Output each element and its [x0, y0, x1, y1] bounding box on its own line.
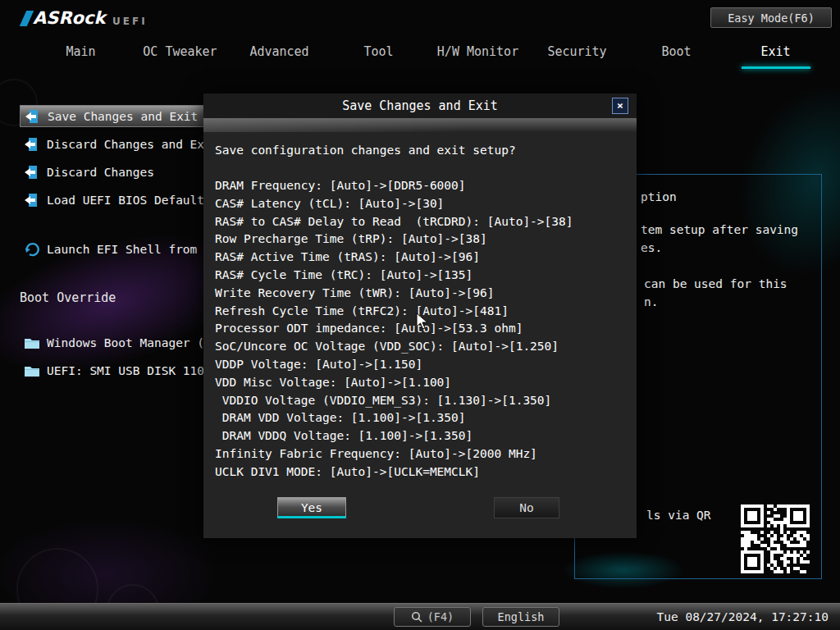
description-text-fragment: can be used for this [644, 277, 788, 290]
change-line: RAS# Active Time (tRAS): [Auto]->[96] [215, 249, 625, 267]
sidebar-item-launch-efi-shell[interactable]: Launch EFI Shell from f [20, 238, 217, 260]
datetime-display: Tue 08/27/2024, 17:27:10 [656, 604, 829, 630]
search-button[interactable]: (F4) [394, 607, 471, 627]
sidebar-item-label: UEFI: SMI USB DISK 1100 [47, 364, 212, 377]
change-line: RAS# to CAS# Delay to Read (tRCDRD): [Au… [215, 213, 625, 231]
tab-boot[interactable]: Boot [627, 41, 726, 66]
boot-override-label: Boot Override [20, 290, 217, 307]
efi-shell-icon [24, 241, 40, 258]
folder-icon [24, 335, 40, 351]
change-line: RAS# Cycle Time (tRC): [Auto]->[135] [215, 267, 625, 285]
main-menu: Main OC Tweaker Advanced Tool H/W Monito… [31, 41, 825, 66]
asrock-logo-slash [20, 11, 34, 26]
sidebar-item-uefi-usb-disk[interactable]: UEFI: SMI USB DISK 1100 [20, 359, 217, 381]
asrock-logo-text: ASRock [33, 8, 105, 28]
easy-mode-button[interactable]: Easy Mode(F6) [710, 7, 832, 28]
tab-oc-tweaker[interactable]: OC Tweaker [130, 41, 230, 66]
change-line: VDDIO Voltage (VDDIO_MEM_S3): [1.130]->[… [215, 392, 625, 410]
uefi-label: UEFI [112, 16, 148, 27]
footer-bar: (F4) English Tue 08/27/2024, 17:27:10 [0, 603, 840, 630]
change-line: CAS# Latency (tCL): [Auto]->[30] [215, 195, 625, 213]
search-icon [411, 611, 422, 623]
sidebar-item-label: Windows Boot Manager (C [47, 336, 212, 349]
dialog-title: Save Changes and Exit [203, 94, 637, 118]
sidebar-item-discard-changes-exit[interactable]: Discard Changes and Exit [20, 133, 217, 155]
qr-code [741, 504, 810, 573]
sidebar-item-windows-boot-manager[interactable]: Windows Boot Manager (C [20, 331, 217, 354]
description-text-fragment: ption [641, 190, 677, 203]
change-line: VDD Misc Voltage: [Auto]->[1.100] [215, 374, 625, 392]
description-text-fragment: es. [641, 241, 662, 254]
change-line: DRAM VDDQ Voltage: [1.100]->[1.350] [215, 427, 625, 445]
folder-icon [24, 363, 40, 379]
sidebar-item-label: Save Changes and Exit [48, 110, 198, 123]
tab-main[interactable]: Main [31, 41, 130, 66]
change-line: Refresh Cycle Time (tRFC2): [Auto]->[481… [215, 303, 625, 321]
sidebar-item-save-changes-exit[interactable]: Save Changes and Exit [20, 105, 217, 127]
asrock-logo: ASRock [23, 8, 105, 28]
change-line: DRAM VDD Voltage: [1.100]->[1.350] [215, 409, 625, 427]
tab-hw-monitor[interactable]: H/W Monitor [428, 41, 527, 66]
sidebar-item-label: Discard Changes and Exit [47, 138, 219, 151]
dialog-titlebar: Save Changes and Exit × [203, 94, 637, 118]
description-text-fragment: n. [644, 295, 658, 308]
change-line: Write Recovery Time (tWR): [Auto]->[96] [215, 285, 625, 303]
dialog-prompt: Save configuration changes and exit setu… [215, 141, 625, 159]
tab-advanced[interactable]: Advanced [230, 41, 329, 66]
dialog-body: Save configuration changes and exit setu… [203, 118, 637, 538]
sidebar-item-discard-changes[interactable]: Discard Changes [20, 161, 217, 183]
search-hotkey-label: (F4) [427, 610, 454, 623]
change-line: VDDP Voltage: [Auto]->[1.150] [215, 356, 625, 374]
exit-icon [24, 164, 40, 180]
sidebar-item-label: Launch EFI Shell from f [47, 243, 212, 256]
pending-changes-list: DRAM Frequency: [Auto]->[DDR5-6000] CAS#… [215, 177, 625, 482]
bios-screen: ASRock UEFI Easy Mode(F6) Main OC Tweake… [0, 0, 840, 630]
no-button[interactable]: No [494, 497, 559, 518]
exit-icon [25, 108, 41, 125]
language-label: English [498, 610, 545, 623]
change-line: DRAM Frequency: [Auto]->[DDR5-6000] [215, 177, 625, 195]
sidebar-item-load-defaults[interactable]: Load UEFI BIOS Defaults [20, 189, 217, 211]
tab-security[interactable]: Security [527, 41, 627, 66]
exit-icon [24, 136, 40, 153]
exit-menu-list: Save Changes and Exit Discard Changes an… [20, 105, 217, 387]
exit-icon [24, 192, 40, 208]
change-line: SoC/Uncore OC Voltage (VDD_SOC): [Auto]-… [215, 338, 625, 356]
description-text-fragment: tem setup after saving [641, 223, 798, 236]
tab-tool[interactable]: Tool [329, 41, 428, 66]
close-icon[interactable]: × [612, 98, 628, 114]
change-line: Row Precharge Time (tRP): [Auto]->[38] [215, 231, 625, 249]
qr-caption: ls via QR [646, 509, 711, 522]
language-button[interactable]: English [482, 607, 559, 627]
yes-button[interactable]: Yes [277, 497, 346, 518]
change-line: UCLK DIV1 MODE: [Auto]->[UCLK=MEMCLK] [215, 463, 625, 482]
sidebar-item-label: Load UEFI BIOS Defaults [47, 194, 212, 207]
change-line: Processor ODT impedance: [Auto]->[53.3 o… [215, 320, 625, 338]
sidebar-item-label: Discard Changes [47, 166, 154, 179]
tab-exit[interactable]: Exit [726, 41, 825, 66]
change-line: Infinity Fabric Frequency: [Auto]->[2000… [215, 445, 625, 463]
save-changes-dialog: Save Changes and Exit × Save configurati… [203, 94, 637, 538]
